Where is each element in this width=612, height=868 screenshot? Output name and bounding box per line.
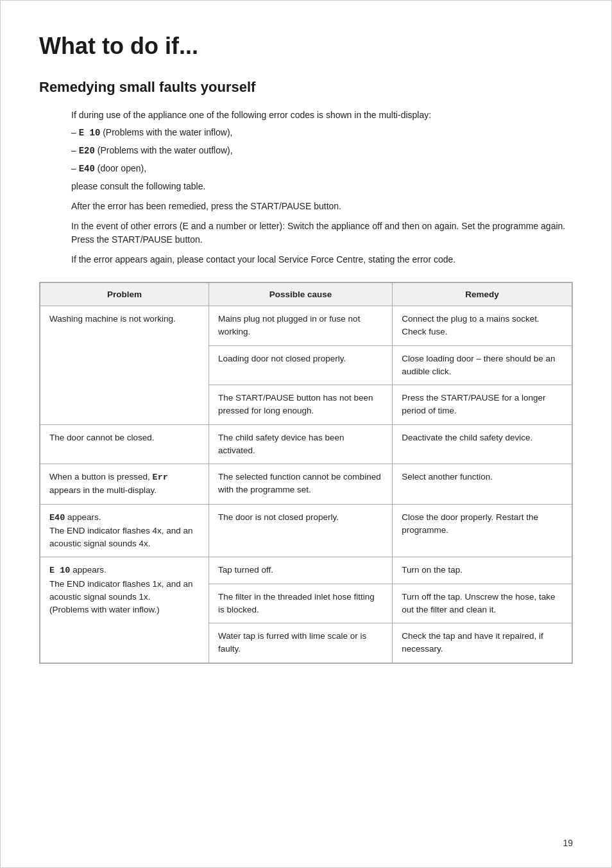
problem-cell: E 10 appears.The END indicator flashes 1… (40, 557, 209, 663)
error3-prefix: – (71, 163, 79, 173)
remedy-cell: Check the tap and have it repaired, if n… (393, 623, 572, 663)
col-header-problem: Problem (40, 283, 209, 306)
remedy-cell: Close the door properly. Restart the pro… (393, 504, 572, 557)
problem-cell: E40 appears.The END indicator flashes 4x… (40, 504, 209, 557)
remedy-cell: Close loading door – there should be an … (393, 345, 572, 385)
intro-error3: – E40 (door open), (71, 162, 573, 176)
error2-prefix: – (71, 145, 79, 155)
intro-line5: If the error appears again, please conta… (71, 253, 573, 266)
col-header-remedy: Remedy (393, 283, 572, 306)
table-row: E40 appears.The END indicator flashes 4x… (40, 504, 572, 557)
table-row: When a button is pressed, Err appears in… (40, 464, 572, 505)
error2-text: (Problems with the water outflow), (95, 145, 233, 155)
error1-prefix: – (71, 127, 79, 137)
cause-cell: The selected function cannot be combined… (208, 464, 392, 505)
error3-text: (door open), (95, 163, 146, 173)
table-header-row: Problem Possible cause Remedy (40, 283, 572, 306)
problem-cell: The door cannot be closed. (40, 424, 209, 464)
section-title: Remedying small faults yourself (39, 79, 573, 96)
col-header-cause: Possible cause (208, 283, 392, 306)
table-row: The door cannot be closed.The child safe… (40, 424, 572, 464)
remedy-cell: Turn on the tap. (393, 557, 572, 584)
cause-cell: Tap turned off. (208, 557, 392, 584)
cause-cell: The filter in the threaded inlet hose fi… (208, 584, 392, 623)
error2-code: E20 (79, 146, 95, 156)
fault-table: Problem Possible cause Remedy Washing ma… (40, 282, 572, 663)
problem-cell: When a button is pressed, Err appears in… (40, 464, 209, 505)
intro-line1: If during use of the appliance one of th… (71, 108, 573, 122)
remedy-cell: Turn off the tap. Unscrew the hose, take… (393, 584, 572, 623)
intro-line4: In the event of other errors (E and a nu… (71, 220, 573, 247)
intro-line2: please consult the following table. (71, 180, 573, 193)
error1-code: E 10 (79, 128, 101, 138)
main-title: What to do if... (39, 33, 573, 60)
cause-cell: The child safety device has been activat… (208, 424, 392, 464)
remedy-cell: Connect the plug to a mains socket. Chec… (393, 306, 572, 346)
page: What to do if... Remedying small faults … (0, 0, 612, 868)
cause-cell: Water tap is furred with lime scale or i… (208, 623, 392, 663)
fault-table-wrapper: Problem Possible cause Remedy Washing ma… (39, 282, 573, 664)
error1-text: (Problems with the water inflow), (100, 127, 232, 137)
error3-code: E40 (79, 164, 95, 174)
intro-line3: After the error has been remedied, press… (71, 200, 573, 213)
cause-cell: The START/PAUSE button has not been pres… (208, 385, 392, 425)
remedy-cell: Select another function. (393, 464, 572, 505)
intro-error1: – E 10 (Problems with the water inflow), (71, 126, 573, 140)
cause-cell: Loading door not closed properly. (208, 345, 392, 385)
cause-cell: Mains plug not plugged in or fuse not wo… (208, 306, 392, 346)
table-row: Washing machine is not working.Mains plu… (40, 306, 572, 346)
table-row: E 10 appears.The END indicator flashes 1… (40, 557, 572, 584)
remedy-cell: Deactivate the child safety device. (393, 424, 572, 464)
cause-cell: The door is not closed properly. (208, 504, 392, 557)
problem-cell: Washing machine is not working. (40, 306, 209, 425)
page-number: 19 (563, 838, 573, 848)
intro-error2: – E20 (Problems with the water outflow), (71, 144, 573, 158)
remedy-cell: Press the START/PAUSE for a longer perio… (393, 385, 572, 425)
